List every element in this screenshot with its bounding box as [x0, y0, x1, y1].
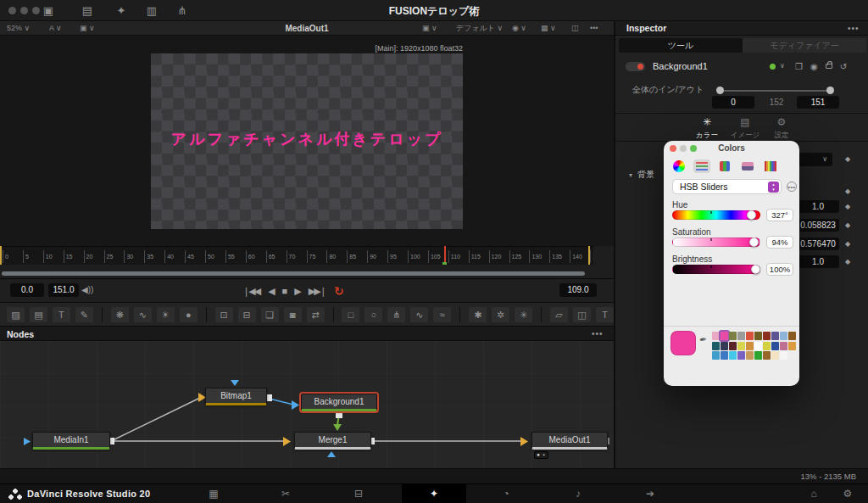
red-value-field[interactable]: 1.0 — [797, 200, 839, 213]
color-mode-dropdown[interactable]: HSB Sliders ▴▾ — [672, 179, 782, 194]
tab-modifiers[interactable]: モディファイアー — [743, 38, 866, 53]
saturation-slider[interactable] — [672, 238, 760, 247]
keyframe-diamond[interactable]: ◆ — [845, 221, 850, 229]
tab-settings[interactable]: ⚙ 設定 — [763, 116, 800, 141]
swatch-4[interactable] — [746, 332, 754, 340]
shape-3d-icon[interactable]: ◫ — [573, 307, 591, 322]
ellipse-mask-icon[interactable]: ○ — [364, 307, 382, 322]
current-color-well[interactable] — [670, 331, 696, 355]
node-MediaOut1[interactable]: MediaOut1 — [531, 432, 608, 450]
resize-tool-icon[interactable]: ⇄ — [307, 307, 325, 322]
matte-control-tool-icon[interactable]: ◙ — [284, 307, 302, 322]
hue-curves-tool-icon[interactable]: ● — [180, 307, 198, 322]
swatch-20[interactable] — [712, 351, 720, 360]
swatch-14[interactable] — [746, 342, 754, 350]
swatch-3[interactable] — [737, 332, 745, 340]
inout-end-handle[interactable] — [826, 87, 834, 94]
color-palette-tab-icon[interactable] — [716, 159, 733, 173]
in-point-field[interactable]: 0.0 — [10, 283, 44, 297]
particle-emitter-icon[interactable]: ✱ — [469, 307, 487, 322]
node-color-dot[interactable] — [770, 64, 776, 70]
play-button[interactable]: ▶ — [294, 286, 299, 297]
versions-icon[interactable]: ❐ — [795, 62, 803, 71]
inout-start-handle[interactable] — [716, 87, 724, 94]
split-view-button[interactable]: ◫ — [571, 21, 579, 36]
gamut-dropdown[interactable]: ◉ ∨ — [512, 21, 526, 36]
node-enable-toggle[interactable] — [626, 62, 645, 71]
swatch-27[interactable] — [771, 351, 779, 360]
swatch-16[interactable] — [763, 342, 771, 350]
reset-icon[interactable]: ↺ — [840, 62, 847, 71]
stop-button[interactable]: ■ — [282, 286, 287, 296]
color-sliders-tab-icon[interactable] — [693, 159, 710, 173]
page-fusion[interactable]: ✦ — [402, 484, 466, 503]
background-section-header[interactable]: ▾背景 — [629, 169, 654, 181]
color-pencils-tab-icon[interactable] — [762, 159, 779, 173]
node-Background1[interactable]: Background1 — [301, 394, 377, 411]
swatch-29[interactable] — [788, 351, 796, 360]
viewer-options-menu[interactable]: ••• — [590, 21, 598, 36]
page-fairlight[interactable]: ♪ — [546, 484, 610, 503]
swatch-11[interactable] — [721, 342, 728, 350]
node-Bitmap1[interactable]: Bitmap1 — [205, 388, 267, 405]
viewer-preset-dropdown[interactable]: デフォルト ∨ — [456, 21, 503, 36]
loop-button[interactable]: ↻ — [334, 284, 344, 298]
inout-start-field[interactable]: 0 — [712, 96, 754, 109]
alpha-value-field[interactable]: 1.0 — [797, 255, 839, 268]
inspector-menu[interactable]: ••• — [848, 21, 860, 36]
swatch-19[interactable] — [788, 342, 796, 350]
fastnoise-tool-icon[interactable]: ▤ — [30, 307, 47, 322]
swatch-5[interactable] — [754, 332, 762, 340]
viewer-panel[interactable]: [Main]: 1920x1080 float32 アルファチャンネル付きテロッ… — [0, 36, 614, 246]
color-image-tab-icon[interactable] — [739, 159, 756, 173]
current-frame-field[interactable]: 109.0 — [559, 283, 597, 297]
image-plane-3d-icon[interactable]: ▱ — [550, 307, 568, 322]
slider-options-button[interactable]: ••• — [787, 182, 797, 192]
page-edit[interactable]: ⊟ — [326, 484, 391, 503]
page-media[interactable]: ▦ — [181, 484, 246, 503]
hue-slider-handle[interactable] — [747, 210, 756, 220]
swatch-18[interactable] — [780, 342, 787, 350]
home-icon[interactable]: ⌂ — [801, 484, 826, 503]
tab-tools[interactable]: ツール — [619, 38, 743, 53]
page-cut[interactable]: ✂ — [253, 484, 318, 503]
node-MediaIn1[interactable]: MediaIn1 — [32, 432, 110, 450]
paint-tool-icon[interactable]: ✎ — [75, 307, 93, 322]
swatch-8[interactable] — [780, 332, 787, 340]
lut-dropdown[interactable]: ▣ ∨ — [422, 21, 437, 36]
keyframe-diamond[interactable]: ◆ — [845, 203, 850, 210]
mute-audio-icon[interactable]: ◀)) — [81, 283, 93, 297]
hue-value-field[interactable]: 327° — [766, 209, 793, 221]
transform-tool-icon[interactable]: ⊡ — [215, 307, 233, 322]
out-point-field[interactable]: 151.0 — [48, 283, 79, 297]
nodes-panel-menu[interactable]: ••• — [592, 327, 604, 342]
node-Merge1[interactable]: Merge1 — [294, 432, 371, 450]
swatch-22[interactable] — [729, 351, 737, 360]
swatch-0[interactable] — [712, 332, 720, 340]
swatch-24[interactable] — [746, 351, 754, 360]
saturation-value-field[interactable]: 94% — [766, 236, 793, 249]
swatch-6[interactable] — [763, 332, 771, 340]
render-range-end-marker[interactable] — [588, 246, 590, 265]
polygon-mask-icon[interactable]: ⋔ — [387, 307, 405, 322]
hue-slider[interactable] — [672, 210, 760, 220]
swatch-10[interactable] — [712, 342, 720, 350]
color-curves-tool-icon[interactable]: ∿ — [134, 307, 152, 322]
particle-render-icon[interactable]: ✳ — [515, 307, 532, 322]
tab-image[interactable]: ▤ イメージ — [726, 116, 764, 141]
wand-mask-icon[interactable]: ≈ — [433, 307, 451, 322]
lock-icon[interactable] — [826, 64, 832, 69]
text-3d-icon[interactable]: T — [596, 307, 614, 322]
keyframe-diamond[interactable]: ◆ — [845, 187, 850, 195]
blue-value-field[interactable]: 0.576470 — [797, 238, 839, 250]
brightness-contrast-tool-icon[interactable]: ☀ — [157, 307, 175, 322]
timeline-ruler[interactable]: 0510152025303540455055606570758085909510… — [0, 246, 593, 265]
swatch-21[interactable] — [721, 351, 728, 360]
page-color[interactable]: ◔ — [474, 484, 538, 503]
rectangle-mask-icon[interactable]: □ — [342, 307, 359, 322]
eyedropper-icon[interactable]: ✒ — [698, 333, 708, 345]
swatch-26[interactable] — [763, 351, 771, 360]
inout-end-field[interactable]: 151 — [797, 96, 839, 109]
global-inout-slider[interactable] — [718, 90, 832, 92]
dve-tool-icon[interactable]: ⊟ — [238, 307, 256, 322]
